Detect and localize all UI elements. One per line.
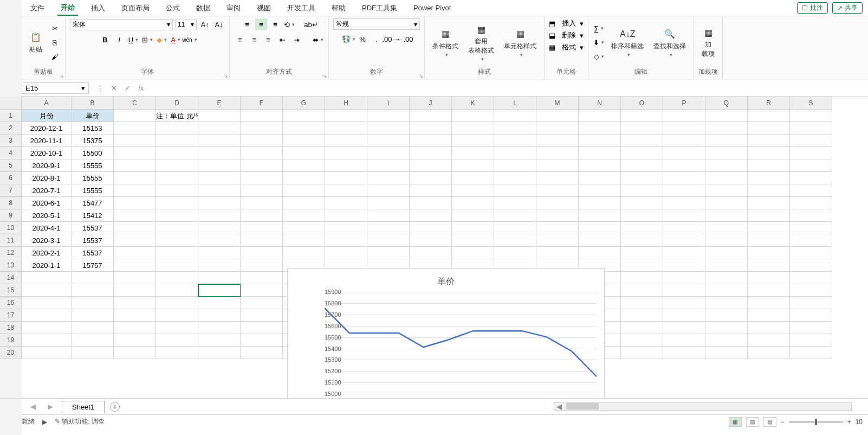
cell-E14[interactable] <box>198 272 241 284</box>
column-header-L[interactable]: L <box>494 97 536 110</box>
font-color-button[interactable]: A <box>170 34 182 46</box>
cell-M12[interactable] <box>536 247 579 259</box>
cell-C8[interactable] <box>114 197 156 209</box>
share-button[interactable]: ↗ 共享 <box>832 2 863 14</box>
border-button[interactable]: ⊞ <box>141 34 153 46</box>
cell-O5[interactable] <box>621 159 663 172</box>
cell-Q20[interactable] <box>705 347 748 359</box>
cell-Q8[interactable] <box>705 197 748 209</box>
cell-R12[interactable] <box>748 247 790 259</box>
cell-D15[interactable] <box>156 284 198 297</box>
cell-C16[interactable] <box>114 297 156 309</box>
cell-J12[interactable] <box>410 247 452 259</box>
cell-J8[interactable] <box>410 197 452 209</box>
cell-O17[interactable] <box>621 309 663 322</box>
cell-M2[interactable] <box>536 122 579 135</box>
cell-K7[interactable] <box>452 184 494 197</box>
copy-button[interactable]: ⎘ <box>49 36 61 48</box>
cell-K9[interactable] <box>452 209 494 222</box>
cell-A1[interactable]: 月份 <box>22 110 72 122</box>
cell-L3[interactable] <box>494 135 536 147</box>
tab-help[interactable]: 帮助 <box>328 1 349 15</box>
row-header-17[interactable]: 17 <box>0 309 22 322</box>
cell-S9[interactable] <box>790 209 832 222</box>
zoom-slider[interactable] <box>789 421 843 423</box>
increase-indent-button[interactable]: ⇥ <box>290 34 302 46</box>
cell-E17[interactable] <box>198 309 241 322</box>
cell-E8[interactable] <box>198 197 241 209</box>
cell-D7[interactable] <box>156 184 198 197</box>
cell-C15[interactable] <box>114 284 156 297</box>
column-header-J[interactable]: J <box>410 97 452 110</box>
cell-I12[interactable] <box>367 247 410 259</box>
cell-A6[interactable]: 2020-8-1 <box>22 172 72 184</box>
cell-C18[interactable] <box>114 322 156 334</box>
cell-G5[interactable] <box>283 159 325 172</box>
cell-P14[interactable] <box>663 272 705 284</box>
cell-B18[interactable] <box>72 322 114 334</box>
sheet-tab-1[interactable]: Sheet1 <box>62 401 105 413</box>
cell-F17[interactable] <box>241 309 283 322</box>
cell-D17[interactable] <box>156 309 198 322</box>
view-normal-button[interactable]: ▦ <box>729 417 742 427</box>
orientation-button[interactable]: ⟲ <box>283 18 295 30</box>
cell-C3[interactable] <box>114 135 156 147</box>
tab-powerpivot[interactable]: Power Pivot <box>410 2 454 14</box>
cell-B6[interactable]: 15555 <box>72 172 114 184</box>
cell-B8[interactable]: 15477 <box>72 197 114 209</box>
cell-L9[interactable] <box>494 209 536 222</box>
delete-cells-button[interactable]: ⬓ 删除 ▾ <box>549 30 584 40</box>
decrease-decimal-button[interactable]: ←.00 <box>399 33 411 45</box>
cell-G11[interactable] <box>283 234 325 247</box>
clear-button[interactable]: ◇ <box>593 50 605 62</box>
cell-K2[interactable] <box>452 122 494 135</box>
cell-J5[interactable] <box>410 159 452 172</box>
column-header-K[interactable]: K <box>452 97 494 110</box>
comments-button[interactable]: ☐ 批注 <box>797 2 828 14</box>
cell-B16[interactable] <box>72 297 114 309</box>
cell-J6[interactable] <box>410 172 452 184</box>
cell-B17[interactable] <box>72 309 114 322</box>
cell-S12[interactable] <box>790 247 832 259</box>
cell-R9[interactable] <box>748 209 790 222</box>
cell-E10[interactable] <box>198 222 241 234</box>
row-header-20[interactable]: 20 <box>0 347 22 359</box>
macro-icon[interactable]: ▶ <box>42 418 47 426</box>
cell-O6[interactable] <box>621 172 663 184</box>
tab-home[interactable]: 开始 <box>57 1 78 16</box>
embedded-chart[interactable]: 单价 1480014900150001510015200153001540015… <box>287 268 605 398</box>
find-select-button[interactable]: 🔍查找和选择 <box>650 27 689 59</box>
cell-P10[interactable] <box>663 222 705 234</box>
spreadsheet-grid[interactable]: ABCDEFGHIJKLMNOPQRS 12345678910111213141… <box>0 97 868 398</box>
cell-S14[interactable] <box>790 272 832 284</box>
cell-Q13[interactable] <box>705 259 748 272</box>
tab-review[interactable]: 审阅 <box>223 1 244 15</box>
cell-A7[interactable]: 2020-7-1 <box>22 184 72 197</box>
number-format-combo[interactable]: 常规▾ <box>333 18 420 30</box>
merge-button[interactable]: ⬌ <box>312 34 324 46</box>
column-header-O[interactable]: O <box>621 97 663 110</box>
column-header-M[interactable]: M <box>536 97 579 110</box>
row-header-11[interactable]: 11 <box>0 234 22 247</box>
align-center-button[interactable]: ≡ <box>248 34 260 46</box>
cell-K8[interactable] <box>452 197 494 209</box>
cell-B9[interactable]: 15412 <box>72 209 114 222</box>
cell-N12[interactable] <box>579 247 621 259</box>
cell-A4[interactable]: 2020-10-1 <box>22 147 72 159</box>
cell-Q7[interactable] <box>705 184 748 197</box>
column-header-C[interactable]: C <box>114 97 156 110</box>
align-left-button[interactable]: ≡ <box>234 34 246 46</box>
cell-C6[interactable] <box>114 172 156 184</box>
cell-F16[interactable] <box>241 297 283 309</box>
row-header-2[interactable]: 2 <box>0 122 22 135</box>
cell-A3[interactable]: 2020-11-1 <box>22 135 72 147</box>
cell-J3[interactable] <box>410 135 452 147</box>
column-header-N[interactable]: N <box>579 97 621 110</box>
sheet-nav-right[interactable]: ▶ <box>44 402 56 411</box>
cell-D6[interactable] <box>156 172 198 184</box>
view-pagebreak-button[interactable]: ▤ <box>763 417 776 427</box>
cell-B3[interactable]: 15375 <box>72 135 114 147</box>
increase-decimal-button[interactable]: .00→ <box>385 33 397 45</box>
cell-P20[interactable] <box>663 347 705 359</box>
cell-A11[interactable]: 2020-3-1 <box>22 234 72 247</box>
